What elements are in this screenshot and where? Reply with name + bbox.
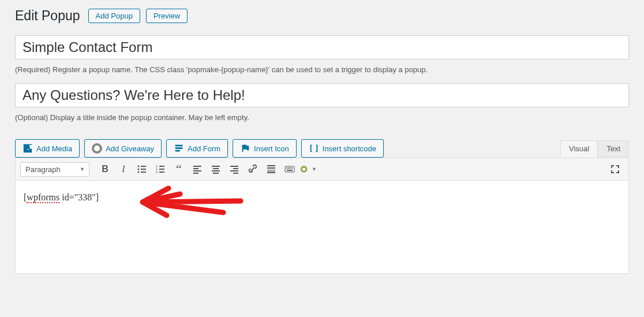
svg-rect-28 bbox=[267, 172, 275, 173]
form-icon bbox=[174, 143, 184, 154]
svg-rect-29 bbox=[285, 166, 294, 172]
italic-button[interactable]: I bbox=[115, 161, 132, 178]
align-right-button[interactable] bbox=[226, 161, 243, 178]
svg-rect-17 bbox=[213, 168, 219, 169]
popup-title-input[interactable] bbox=[15, 83, 629, 107]
align-center-button[interactable] bbox=[207, 161, 224, 178]
link-button[interactable] bbox=[244, 161, 261, 178]
svg-rect-11 bbox=[159, 171, 164, 173]
insert-shortcode-button[interactable]: Insert shortcode bbox=[301, 139, 384, 158]
svg-rect-15 bbox=[193, 173, 199, 174]
svg-rect-12 bbox=[193, 166, 201, 167]
svg-text:3: 3 bbox=[156, 170, 158, 174]
insert-shortcode-label: Insert shortcode bbox=[323, 144, 376, 153]
svg-rect-34 bbox=[287, 170, 293, 171]
add-form-label: Add Form bbox=[188, 144, 220, 153]
popup-name-help-text: (Required) Register a popup name. The CS… bbox=[15, 65, 629, 74]
align-left-button[interactable] bbox=[189, 161, 206, 178]
blockquote-button[interactable]: “ bbox=[170, 161, 188, 178]
insert-icon-button[interactable]: Insert Icon bbox=[233, 139, 297, 158]
camera-music-icon bbox=[23, 143, 33, 154]
align-right-icon bbox=[229, 163, 240, 175]
svg-rect-19 bbox=[213, 173, 219, 174]
fullscreen-icon bbox=[609, 163, 621, 175]
svg-rect-32 bbox=[290, 167, 291, 169]
numbered-list-icon: 123 bbox=[155, 163, 166, 175]
add-giveaway-label: Add Giveaway bbox=[106, 144, 154, 153]
svg-rect-9 bbox=[159, 169, 164, 170]
popup-title-help-text: (Optional) Display a title inside the po… bbox=[15, 113, 629, 122]
toolbar-toggle-button[interactable] bbox=[281, 161, 298, 178]
editor-container: Paragraph B I 123 “ ▼ bbox=[15, 158, 629, 274]
bold-button[interactable]: B bbox=[96, 161, 114, 178]
editor-content-area[interactable]: [wpforms id="338"] bbox=[16, 181, 628, 273]
editor-toolbar: Paragraph B I 123 “ ▼ bbox=[16, 158, 628, 181]
quote-icon: “ bbox=[176, 162, 182, 177]
arrow-annotation bbox=[137, 184, 246, 230]
link-icon bbox=[247, 163, 259, 175]
page-title: Edit Popup bbox=[15, 8, 83, 24]
add-media-label: Add Media bbox=[36, 144, 72, 153]
align-left-icon bbox=[192, 163, 203, 175]
insert-icon-label: Insert Icon bbox=[254, 144, 289, 153]
keyboard-icon bbox=[284, 163, 295, 175]
read-more-icon bbox=[265, 163, 277, 175]
shortcodes-dropdown-button[interactable]: ▼ bbox=[299, 161, 317, 178]
bullet-list-icon bbox=[136, 163, 148, 175]
add-giveaway-button[interactable]: Add Giveaway bbox=[84, 139, 162, 158]
add-media-button[interactable]: Add Media bbox=[15, 139, 80, 158]
svg-rect-30 bbox=[286, 167, 287, 169]
italic-icon: I bbox=[122, 164, 125, 174]
svg-point-0 bbox=[138, 166, 140, 167]
svg-rect-7 bbox=[159, 166, 164, 167]
chevron-down-icon: ▼ bbox=[312, 166, 317, 172]
svg-rect-3 bbox=[141, 169, 146, 170]
svg-rect-16 bbox=[212, 166, 220, 167]
emblem-icon bbox=[299, 163, 310, 175]
svg-rect-13 bbox=[193, 168, 199, 169]
svg-rect-24 bbox=[267, 165, 275, 166]
popup-name-input[interactable] bbox=[15, 35, 629, 59]
giveaway-icon bbox=[92, 143, 102, 154]
svg-rect-23 bbox=[233, 173, 238, 174]
bullet-list-button[interactable] bbox=[133, 161, 151, 178]
svg-point-36 bbox=[302, 167, 306, 171]
svg-rect-22 bbox=[230, 170, 238, 171]
preview-button[interactable]: Preview bbox=[146, 9, 188, 23]
svg-rect-20 bbox=[230, 166, 238, 167]
svg-point-2 bbox=[138, 169, 140, 170]
numbered-list-button[interactable]: 123 bbox=[152, 161, 169, 178]
add-form-button[interactable]: Add Form bbox=[166, 139, 228, 158]
align-center-icon bbox=[210, 163, 222, 175]
svg-point-4 bbox=[138, 171, 140, 173]
svg-rect-14 bbox=[193, 170, 201, 171]
flag-icon bbox=[240, 143, 250, 154]
add-popup-button[interactable]: Add Popup bbox=[88, 9, 140, 23]
svg-rect-1 bbox=[141, 166, 146, 167]
svg-rect-5 bbox=[141, 171, 146, 173]
read-more-button[interactable] bbox=[263, 161, 280, 178]
fullscreen-button[interactable] bbox=[606, 161, 624, 178]
brackets-icon bbox=[309, 143, 319, 154]
svg-rect-26 bbox=[267, 171, 275, 171]
tab-visual[interactable]: Visual bbox=[560, 140, 598, 157]
tab-text[interactable]: Text bbox=[598, 140, 629, 157]
bold-icon: B bbox=[102, 164, 108, 174]
editor-content-text: [wpforms id="338"] bbox=[24, 192, 99, 203]
svg-rect-18 bbox=[212, 170, 220, 171]
svg-rect-27 bbox=[267, 170, 275, 170]
paragraph-format-select[interactable]: Paragraph bbox=[20, 162, 89, 177]
svg-rect-31 bbox=[288, 167, 289, 169]
svg-rect-21 bbox=[233, 168, 238, 169]
svg-rect-33 bbox=[291, 167, 293, 169]
svg-rect-25 bbox=[267, 167, 275, 169]
